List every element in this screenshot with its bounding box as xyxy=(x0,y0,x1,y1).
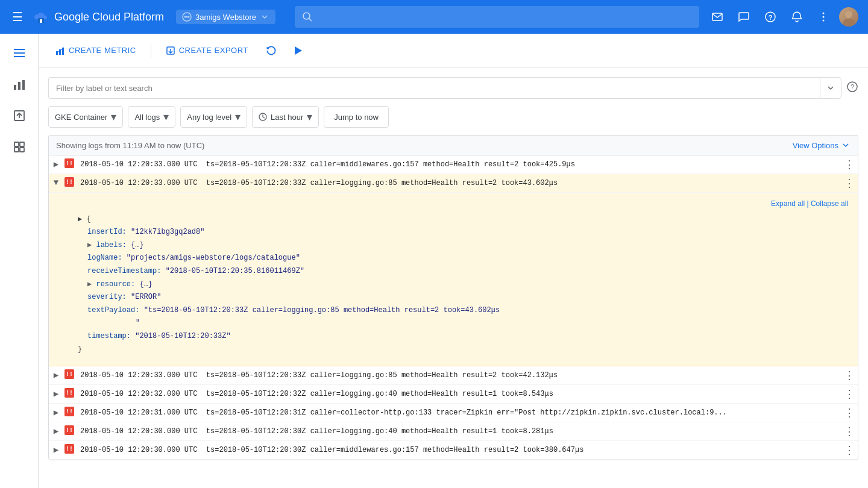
project-icon xyxy=(182,12,192,22)
filter-input[interactable] xyxy=(56,84,813,93)
filter-dropdown-btn[interactable] xyxy=(820,77,841,99)
labels-label: labels: xyxy=(96,241,131,249)
create-export-button[interactable]: CREATE EXPORT xyxy=(159,41,256,60)
log-menu-btn-2[interactable]: ⋮ xyxy=(841,174,858,192)
svg-rect-18 xyxy=(14,56,25,57)
log-menu-btn-6[interactable]: ⋮ xyxy=(841,422,858,440)
list-icon xyxy=(13,46,26,60)
jump-to-now-button[interactable]: Jump to now xyxy=(324,106,389,128)
log-menu-btn-7[interactable]: ⋮ xyxy=(841,441,858,459)
loglevel-dropdown[interactable]: Any log level ▾ xyxy=(180,106,247,128)
showing-logs-text: Showing logs from 11:19 AM to now (UTC) xyxy=(56,141,204,150)
filter-row: ? xyxy=(48,77,858,99)
email-icon-btn[interactable] xyxy=(706,6,728,28)
svg-point-15 xyxy=(843,19,855,27)
sidebar-item-resources[interactable] xyxy=(5,133,34,161)
log-text-7: 2018-05-10 12:20:30.000 UTC ts=2018-05-1… xyxy=(75,441,841,459)
svg-rect-23 xyxy=(14,142,19,146)
time-dropdown[interactable]: Last hour ▾ xyxy=(252,106,319,128)
filter-help-icon[interactable]: ? xyxy=(846,81,858,96)
metrics-icon xyxy=(13,78,26,91)
sidebar-item-chart[interactable] xyxy=(5,70,34,99)
logs-dropdown[interactable]: All logs ▾ xyxy=(128,106,175,128)
user-avatar[interactable] xyxy=(839,7,858,27)
timestamp-label: timestamp: xyxy=(87,332,135,340)
log-menu-btn-1[interactable]: ⋮ xyxy=(841,155,858,174)
sidebar xyxy=(0,34,39,488)
export-icon xyxy=(166,46,175,55)
textpayload-cont: " xyxy=(136,319,140,327)
table-row: ▶ !! 2018-05-10 12:20:33.000 UTC ts=2018… xyxy=(49,155,858,174)
upload-icon xyxy=(13,109,26,122)
expand-all-link[interactable]: Expand all xyxy=(771,199,805,208)
error-badge: !! xyxy=(64,369,74,379)
resource-label: resource: xyxy=(96,280,139,289)
resource-value: GKE Container xyxy=(55,113,107,122)
receivets-label: receiveTimestamp: xyxy=(87,267,166,275)
notifications-icon xyxy=(791,11,803,23)
help-icon-btn[interactable]: ? xyxy=(760,6,781,28)
project-selector[interactable]: 3amigs Webstore xyxy=(176,10,275,24)
log-expand-btn-2[interactable]: ▼ xyxy=(49,174,63,191)
search-input[interactable] xyxy=(313,12,692,22)
log-menu-btn-5[interactable]: ⋮ xyxy=(841,404,858,422)
top-nav: ☰ Google Cloud Platform 3amigs Webstore … xyxy=(0,0,868,34)
table-row: ▶ !! 2018-05-10 12:20:30.000 UTC ts=2018… xyxy=(49,441,858,460)
app-title: Google Cloud Platform xyxy=(54,11,164,23)
metric-icon xyxy=(55,46,65,55)
view-options-button[interactable]: View Options xyxy=(793,140,851,150)
logname-value: "projects/amigs-webstore/logs/catalogue" xyxy=(127,254,300,262)
logs-info-bar: Showing logs from 11:19 AM to now (UTC) … xyxy=(48,135,858,155)
svg-rect-25 xyxy=(14,148,19,152)
chat-icon-btn[interactable] xyxy=(733,6,755,28)
expand-actions: Expand all | Collapse all xyxy=(78,198,848,213)
more-icon-btn[interactable] xyxy=(813,6,834,28)
refresh-button[interactable] xyxy=(260,40,282,61)
svg-point-4 xyxy=(186,16,188,18)
play-button[interactable] xyxy=(287,40,309,61)
svg-text:?: ? xyxy=(851,84,854,90)
textpayload-value: "ts=2018-05-10T12:20:33Z caller=logging.… xyxy=(144,306,500,314)
sidebar-item-upload[interactable] xyxy=(5,101,34,130)
notifications-icon-btn[interactable] xyxy=(786,6,808,28)
more-vert-icon xyxy=(817,11,829,23)
log-expand-btn-3[interactable]: ▶ xyxy=(49,366,63,384)
svg-rect-8 xyxy=(712,13,722,20)
log-menu-btn-3[interactable]: ⋮ xyxy=(841,366,858,384)
collapse-all-link[interactable]: Collapse all xyxy=(811,199,848,208)
search-bar[interactable] xyxy=(295,6,699,28)
resource-value-detail: {…} xyxy=(139,280,153,289)
log-expand-btn-4[interactable]: ▶ xyxy=(49,385,63,402)
sidebar-item-menu[interactable] xyxy=(5,39,34,67)
log-expand-btn-6[interactable]: ▶ xyxy=(49,422,63,440)
time-arrow-icon: ▾ xyxy=(307,110,312,124)
log-expand-btn-5[interactable]: ▶ xyxy=(49,404,63,421)
create-metric-button[interactable]: CREATE METRIC xyxy=(48,41,143,60)
error-badge: !! xyxy=(64,425,74,435)
loglevel-value: Any log level xyxy=(187,113,231,122)
labels-expand-toggle[interactable]: ▶ xyxy=(87,239,92,252)
resource-expand-toggle[interactable]: ▶ xyxy=(87,278,92,292)
svg-point-11 xyxy=(823,13,825,14)
content-area: ? GKE Container ▾ All logs ▾ Any log lev… xyxy=(39,67,868,488)
error-badge: !! xyxy=(64,177,74,187)
log-expand-btn-1[interactable]: ▶ xyxy=(49,155,63,173)
log-text-2: 2018-05-10 12:20:33.000 UTC ts=2018-05-1… xyxy=(75,174,841,192)
severity-value: "ERROR" xyxy=(131,293,161,301)
search-icon xyxy=(302,11,313,22)
log-severity-5: !! xyxy=(63,404,75,419)
log-menu-btn-4[interactable]: ⋮ xyxy=(841,385,858,403)
filter-input-wrap[interactable] xyxy=(48,77,820,99)
project-name: 3amigs Webstore xyxy=(195,13,256,22)
svg-point-14 xyxy=(845,11,852,18)
log-expand-btn-7[interactable]: ▶ xyxy=(49,441,63,458)
detail-close-brace: } xyxy=(78,343,848,357)
toolbar-divider xyxy=(151,43,151,58)
insert-id-label: insertId: xyxy=(87,228,127,236)
table-row: ▶ !! 2018-05-10 12:20:32.000 UTC ts=2018… xyxy=(49,385,858,404)
hamburger-menu[interactable]: ☰ xyxy=(10,7,25,27)
app-logo: Google Cloud Platform xyxy=(33,10,164,23)
log-severity-2: !! xyxy=(63,174,75,190)
project-dropdown-icon xyxy=(260,12,269,22)
resource-dropdown[interactable]: GKE Container ▾ xyxy=(48,106,123,128)
